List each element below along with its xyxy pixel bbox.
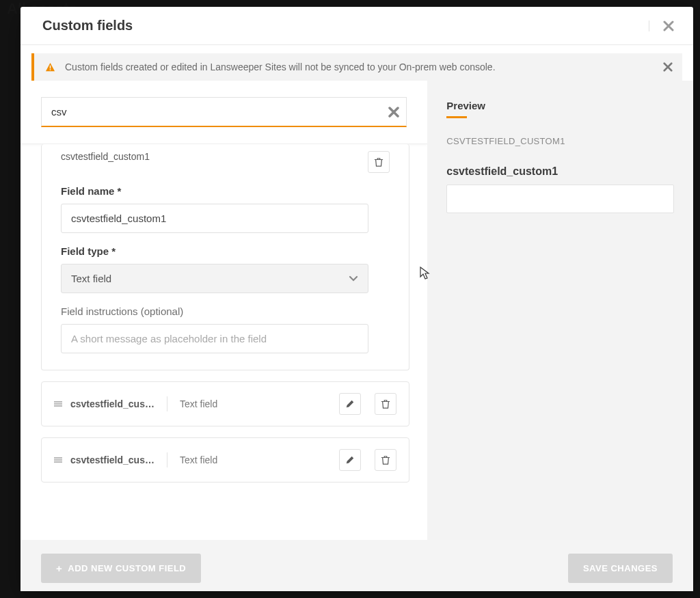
preview-uppercase-name: CSVTESTFIELD_CUSTOM1 <box>446 136 674 146</box>
field-name-input[interactable] <box>61 204 368 233</box>
alert-text: Custom fields created or edited in Lansw… <box>65 62 496 72</box>
svg-rect-0 <box>50 65 51 68</box>
field-item-name: csvtestfield_cus… <box>70 398 154 409</box>
field-type-select[interactable]: Text field <box>61 264 368 293</box>
warning-icon <box>45 62 55 72</box>
preview-field-input[interactable] <box>446 185 674 213</box>
field-type-value: Text field <box>71 273 111 284</box>
field-list-item: csvtestfield_cus… Text field <box>41 381 409 426</box>
plus-icon: + <box>56 562 62 574</box>
modal-footer: +ADD NEW CUSTOM FIELD SAVE CHANGES <box>21 540 693 591</box>
field-instructions-label: Field instructions (optional) <box>61 305 390 317</box>
svg-rect-1 <box>50 69 51 70</box>
delete-field-button[interactable] <box>375 449 396 471</box>
add-custom-field-button[interactable]: +ADD NEW CUSTOM FIELD <box>41 554 201 583</box>
edit-field-button[interactable] <box>339 449 361 471</box>
field-type-label: Field type * <box>61 245 390 257</box>
divider <box>167 396 167 411</box>
field-editor-heading: csvtestfield_custom1 <box>61 151 150 162</box>
search-input[interactable] <box>42 98 406 126</box>
alert-close-icon[interactable] <box>663 62 673 72</box>
custom-fields-modal: Custom fields Custom fields created or e… <box>21 7 693 591</box>
preview-title: Preview <box>446 100 485 117</box>
field-item-type: Text field <box>180 454 331 465</box>
field-item-type: Text field <box>180 398 331 409</box>
field-name-label: Field name * <box>61 185 390 197</box>
field-editor-card: csvtestfield_custom1 Field name * Field … <box>41 144 409 370</box>
divider <box>167 452 167 467</box>
field-instructions-input[interactable] <box>61 324 368 353</box>
sync-warning-alert: Custom fields created or edited in Lansw… <box>31 53 682 81</box>
field-item-name: csvtestfield_cus… <box>70 454 154 465</box>
preview-field-name: csvtestfield_custom1 <box>446 165 674 178</box>
field-list-item: csvtestfield_cus… Text field <box>41 437 409 483</box>
delete-field-button[interactable] <box>375 393 396 415</box>
save-changes-button[interactable]: SAVE CHANGES <box>568 554 673 583</box>
modal-header: Custom fields <box>21 7 693 45</box>
modal-title: Custom fields <box>42 18 133 33</box>
drag-handle-icon[interactable] <box>54 456 62 464</box>
modal-footer <box>21 518 427 540</box>
close-icon[interactable] <box>649 21 674 31</box>
search-container <box>21 81 427 144</box>
drag-handle-icon[interactable] <box>54 400 62 408</box>
clear-search-icon[interactable] <box>388 107 399 118</box>
preview-panel: Preview CSVTESTFIELD_CUSTOM1 csvtestfiel… <box>427 81 693 540</box>
edit-field-button[interactable] <box>339 393 361 415</box>
chevron-down-icon <box>349 275 358 282</box>
delete-field-button[interactable] <box>368 151 390 173</box>
